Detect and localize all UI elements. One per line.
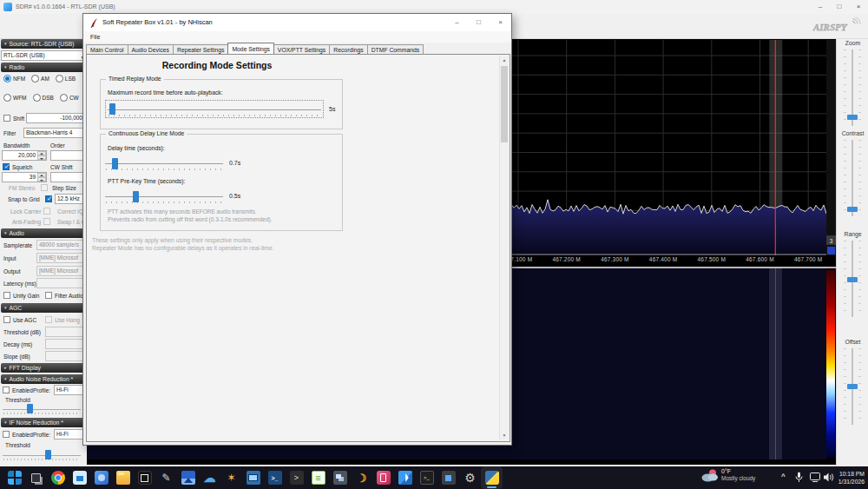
panel-header-audio-noise-reduction[interactable]: ▾Audio Noise Reduction * <box>1 374 86 384</box>
anr-profile-select[interactable]: Hi-Fi <box>54 385 83 395</box>
weather-widget[interactable]: 0°F Mostly cloudy <box>701 468 755 482</box>
scroll-up-icon[interactable]: ▲ <box>500 56 509 65</box>
anr-threshold-slider[interactable] <box>3 404 81 414</box>
dialog-tab-recordings[interactable]: Recordings <box>329 44 367 54</box>
range-slider[interactable] <box>844 241 861 317</box>
taskbar-icon-phone-link[interactable] <box>372 466 394 489</box>
taskbar-icon-settings[interactable] <box>459 466 481 489</box>
panel-header-fft-display[interactable]: ▸FFT Display <box>1 363 86 373</box>
close-button[interactable]: × <box>849 0 868 14</box>
unity-gain-checkbox[interactable]: Unity Gain <box>3 292 39 299</box>
taskbar-icon-gallery[interactable] <box>177 466 199 489</box>
dialog-tab-repeater-settings[interactable]: Repeater Settings <box>173 44 228 54</box>
taskbar-icon-vscode[interactable] <box>394 466 416 489</box>
taskbar-icon-panel-app[interactable] <box>437 466 459 489</box>
dialog-tab-dtmf-commands[interactable]: DTMF Commands <box>367 44 424 54</box>
taskbar-icon-powershell[interactable] <box>264 466 286 489</box>
microphone-icon[interactable] <box>795 472 803 484</box>
taskbar-icon-pc-app[interactable] <box>242 466 264 489</box>
taskbar-icon-sparkle[interactable] <box>220 466 242 489</box>
squelch-checkbox[interactable]: Squelch <box>3 163 33 170</box>
dialog-app-icon <box>90 18 98 28</box>
snap-to-grid-checkbox[interactable] <box>45 195 52 202</box>
zoom-slider[interactable] <box>844 50 861 126</box>
delay-time-slider[interactable] <box>103 155 225 171</box>
soft-repeater-box-dialog[interactable]: Soft Repeater Box v1.01 - by NHiscan – □… <box>82 13 512 446</box>
agc-threshold-input[interactable] <box>45 327 87 337</box>
dialog-tab-main-control[interactable]: Main Control <box>86 44 128 54</box>
panel-header-source[interactable]: ▾Source: RTL-SDR (USB) <box>1 39 86 49</box>
tray-chevron-up-icon[interactable]: ^ <box>781 472 786 480</box>
shift-checkbox[interactable]: Shift <box>3 115 24 122</box>
anr-enabled-checkbox[interactable]: Enabled <box>3 387 33 393</box>
mode-radio-cw[interactable]: CW <box>60 94 79 102</box>
mode-radio-dsb[interactable]: DSB <box>33 94 54 102</box>
bandwidth-stepper[interactable]: 20,000 <box>2 150 47 161</box>
panel-header-radio[interactable]: ▾Radio <box>1 63 86 72</box>
spinner-arrows-icon[interactable] <box>37 151 46 160</box>
taskbar-icon-ms-store[interactable] <box>69 466 90 489</box>
max-record-time-slider[interactable] <box>105 100 324 118</box>
order-stepper[interactable] <box>50 150 87 161</box>
menu-item-file[interactable]: File <box>90 34 100 40</box>
dialog-close-button[interactable]: × <box>490 14 511 28</box>
dialog-maximize-button[interactable]: □ <box>468 14 490 28</box>
taskbar-icon-python[interactable] <box>481 466 503 489</box>
mode-radio-am[interactable]: AM <box>31 75 49 83</box>
cw-shift-input[interactable] <box>50 172 87 182</box>
minimize-button[interactable]: – <box>811 0 830 14</box>
taskbar-icon-start[interactable] <box>3 466 25 489</box>
taskbar-icon-chrome[interactable] <box>47 466 69 489</box>
dialog-titlebar[interactable]: Soft Repeater Box v1.01 - by NHiscan – □… <box>83 14 511 31</box>
agc-decay-input[interactable] <box>45 339 87 349</box>
taskbar-icon-crescent[interactable] <box>351 466 372 489</box>
taskbar-icon-task-view[interactable] <box>25 466 47 489</box>
mode-radio-wfm[interactable]: WFM <box>3 94 27 102</box>
filter-select[interactable]: Blackman-Harris 4 <box>23 128 87 138</box>
maximize-button[interactable]: □ <box>830 0 849 14</box>
inr-threshold-slider[interactable] <box>3 450 81 460</box>
taskbar-icon-photos[interactable] <box>90 466 112 489</box>
taskbar-icon-terminal[interactable] <box>286 466 307 489</box>
source-device-select[interactable]: RTL-SDR (USB)▾ <box>1 50 85 61</box>
network-icon[interactable] <box>810 472 820 483</box>
freq-tick-label: 467.300 M <box>595 256 634 262</box>
audio-output-select[interactable]: [MME] Microsof <box>36 266 87 276</box>
tuning-line[interactable] <box>775 268 776 459</box>
latency-input[interactable] <box>36 278 85 288</box>
ptt-prekey-slider[interactable] <box>103 188 225 204</box>
volume-icon[interactable] <box>824 472 834 483</box>
squelch-stepper[interactable]: 39 <box>2 172 47 182</box>
samplerate-select[interactable]: 48000 sample/s <box>36 240 87 250</box>
agc-slope-input[interactable] <box>45 351 87 361</box>
dialog-minimize-button[interactable]: – <box>446 14 468 28</box>
scroll-down-icon[interactable]: ▼ <box>500 431 509 440</box>
panel-header-if-noise-reduction[interactable]: ▾IF Noise Reduction * <box>1 418 86 427</box>
dialog-tab-audio-devices[interactable]: Audio Devices <box>128 44 174 54</box>
mode-radio-lsb[interactable]: LSB <box>56 75 76 83</box>
inr-profile-select[interactable]: Hi-Fi <box>54 429 83 439</box>
use-agc-checkbox[interactable]: Use AGC <box>3 316 36 323</box>
contrast-slider[interactable] <box>844 140 861 216</box>
offset-slider[interactable] <box>844 348 861 425</box>
dialog-tab-mode-settings[interactable]: Mode Settings <box>227 43 273 54</box>
filter-audio-checkbox[interactable]: Filter Audio <box>45 292 83 299</box>
taskbar-icon-onedrive[interactable] <box>199 466 220 489</box>
mode-radio-nfm[interactable]: NFM <box>3 75 25 83</box>
panel-header-agc[interactable]: ▾AGC <box>1 303 86 313</box>
panel-header-audio[interactable]: ▾Audio <box>1 228 86 238</box>
dialog-tab-vox-ptt-settings[interactable]: VOX/PTT Settings <box>273 44 330 54</box>
dialog-scrollbar[interactable]: ▲ ▼ <box>499 56 509 440</box>
taskbar-icon-remote-desktop[interactable] <box>329 466 351 489</box>
taskbar-icon-notepad[interactable] <box>307 466 329 489</box>
taskbar-icon-media-player[interactable] <box>134 466 155 489</box>
shift-input[interactable]: -100,000 <box>26 113 87 123</box>
taskbar-icon-file-explorer[interactable] <box>112 466 134 489</box>
taskbar-icon-pen[interactable] <box>155 466 177 489</box>
scrollbar-thumb[interactable] <box>501 66 508 142</box>
inr-enabled-checkbox[interactable]: Enabled <box>3 431 33 438</box>
audio-input-select[interactable]: [MME] Microsof <box>36 253 87 263</box>
clock[interactable]: 10:18 PM 1/31/2026 <box>838 470 865 486</box>
taskbar-icon-cmd[interactable] <box>416 466 437 489</box>
spinner-arrows-icon[interactable] <box>37 173 46 182</box>
